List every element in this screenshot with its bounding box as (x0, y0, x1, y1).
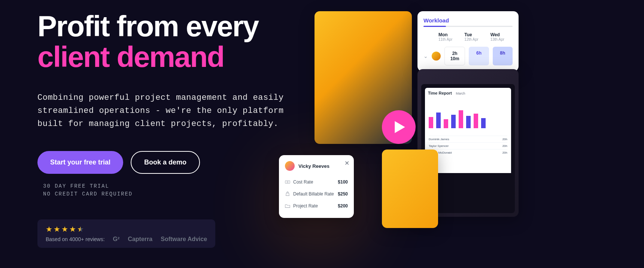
close-icon[interactable]: ✕ (344, 160, 349, 167)
headline-line2: client demand (37, 42, 292, 73)
report-table: Dominik James20h Taylor Spencer20h Ruben… (429, 136, 507, 156)
play-video-button[interactable] (382, 110, 416, 144)
hero-photo-secondary (382, 150, 438, 228)
reviews-badge: ★ ★ ★ ★ ★ Based on 4000+ reviews: G² Cap… (37, 219, 215, 248)
star-icon: ★ (61, 225, 68, 234)
capterra-logo: Capterra (128, 236, 152, 243)
hero-headline: Profit from every client demand (37, 11, 292, 73)
headline-line1: Profit from every (37, 11, 292, 42)
trial-line1: 30 DAY FREE TRIAL (43, 183, 292, 189)
workload-day: Tue 12th Apr (464, 32, 486, 41)
g2-logo: G² (113, 236, 120, 243)
star-icon: ★ (54, 225, 60, 234)
bag-icon (285, 191, 290, 197)
trial-line2: NO CREDIT CARD REQUIRED (43, 191, 292, 197)
workload-day: Mon 11th Apr (438, 32, 461, 41)
star-half-icon: ★ (77, 225, 84, 234)
trial-info: 30 DAY FREE TRIAL NO CREDIT CARD REQUIRE… (37, 183, 292, 197)
svg-point-1 (287, 181, 288, 183)
workload-cell: 2h 10m (444, 47, 465, 65)
workload-widget: Workload Mon 11th Apr Tue 12th Apr Wed 1… (417, 11, 519, 71)
star-rating: ★ ★ ★ ★ ★ (46, 225, 207, 234)
hero-subhead: Combining powerful project management an… (37, 91, 292, 131)
chevron-down-icon[interactable]: ⌄ (423, 53, 428, 59)
svg-rect-0 (285, 181, 290, 184)
report-chart (429, 102, 507, 132)
avatar (285, 161, 295, 171)
report-title: Time Report (428, 91, 452, 95)
software-advice-logo: Software Advice (161, 236, 207, 243)
star-icon: ★ (46, 225, 52, 234)
play-icon (395, 121, 405, 133)
workload-cell: 6h (469, 47, 489, 65)
money-icon (285, 179, 290, 185)
profile-name: Vicky Reeves (298, 163, 329, 169)
star-icon: ★ (69, 225, 76, 234)
folder-icon (285, 203, 290, 209)
workload-day: Wed 13th Apr (490, 32, 513, 41)
profile-card: ✕ Vicky Reeves Cost Rate $100 Default Bi… (279, 155, 354, 218)
profile-row: Default Billable Rate $250 (285, 188, 348, 200)
avatar (432, 52, 441, 61)
profile-row: Cost Rate $100 (285, 176, 348, 188)
reviews-text: Based on 4000+ reviews: (46, 236, 105, 242)
workload-title: Workload (423, 17, 513, 24)
workload-tab-indicator (423, 26, 513, 27)
workload-cell: 8h (493, 47, 513, 65)
profile-row: Project Rate $200 (285, 200, 348, 212)
book-demo-button[interactable]: Book a demo (131, 151, 200, 174)
start-trial-button[interactable]: Start your free trial (37, 151, 123, 174)
